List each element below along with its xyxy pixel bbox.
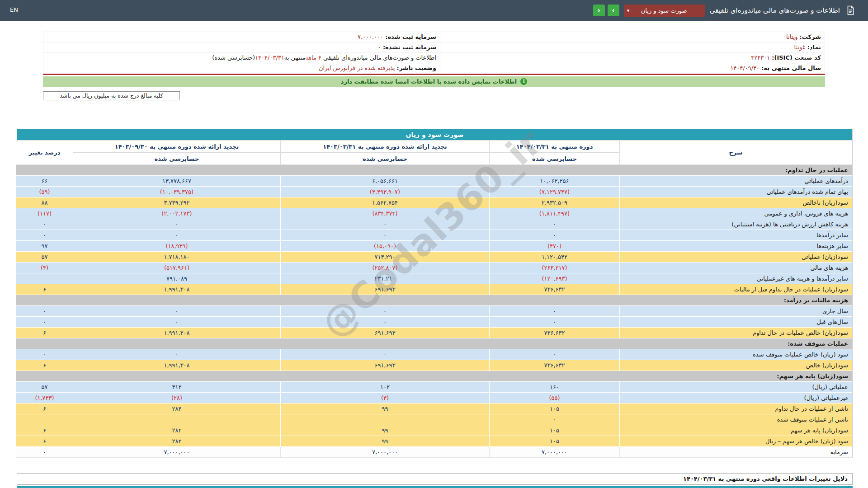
statement-row: هزینه کاهش ارزش دریافتنی ها (هزینه استثن… (16, 219, 852, 230)
row-label: سود (زیان) خالص هر سهم – ریال (620, 436, 852, 447)
value-cell: ۱,۹۹۱,۳۰۸ (73, 328, 281, 338)
value-cell: ۱,۷۱۸,۱۸۰ (73, 252, 281, 263)
value-cell: ۰ (281, 230, 490, 241)
row-label: سود(زیان) عملیات در حال تداوم قبل از مال… (620, 284, 852, 295)
statement-tbody: عملیات در حال تداوم:درآمدهای عملیاتي۱۰,۰… (16, 165, 852, 458)
info-icon: i (520, 78, 527, 85)
company-info-row: شرکت: ویتانا سرمایه ثبت شده: ۷,۰۰۰,۰۰۰ (43, 32, 825, 42)
row-label: هزینه های مالی (620, 263, 852, 273)
row-label: بهای تمام شده درآمدهای عملیاتي (620, 187, 852, 197)
value-cell: ۰ (73, 317, 281, 328)
isic-label: کد صنعت (ISIC): (772, 54, 821, 61)
unregistered-capital-cell: سرمایه ثبت نشده: ۰ (43, 42, 440, 52)
column-subheader-audited: حسابرسی شده (490, 153, 620, 165)
row-label: هزینه مالیات بر درآمد: (16, 295, 852, 306)
company-info-row: نماد: غویتا سرمایه ثبت نشده: ۰ (43, 42, 825, 53)
statement-row: سرمایه۷,۰۰۰,۰۰۰۷,۰۰۰,۰۰۰۷,۰۰۰,۰۰۰۰ (16, 447, 852, 458)
isic-cell: کد صنعت (ISIC): ۴۲۴۳۰۱ (440, 53, 825, 63)
value-cell: ۱۰۵ (490, 436, 620, 447)
section-row: هزینه مالیات بر درآمد: (16, 295, 852, 306)
value-cell (73, 414, 281, 425)
value-cell: ۰ (73, 219, 281, 230)
row-label: عملیات در حال تداوم: (16, 165, 852, 176)
statement-row: هزینه های فروش، اداری و عمومی(۱,۸۱۱,۴۹۷)… (16, 208, 852, 219)
publisher-status-label: وضعیت ناشر: (397, 65, 436, 71)
section-row: عملیات در حال تداوم: (16, 165, 852, 176)
company-info-row: کد صنعت (ISIC): ۴۲۴۳۰۱ اطلاعات و صورت‌ها… (43, 53, 825, 63)
value-cell: (۵۱۷,۹۶۱) (73, 263, 281, 273)
value-cell: ۲۳۱,۲۱۰ (281, 273, 490, 284)
row-label: ناشي از عملیات متوقف شده (620, 414, 852, 425)
value-cell: ۰ (281, 317, 490, 328)
value-cell: (۱۲۰,۶۹۳) (490, 273, 620, 284)
column-header-period3: تجدید ارائه شده دوره منتهی به ۱۴۰۳/۰۹/۳۰ (73, 141, 281, 153)
statement-line-part: ‌منتهی به (284, 54, 305, 61)
value-cell: (۸۳۴,۳۷۴) (281, 208, 490, 219)
reasons-section-header[interactable]: دلایل تغییرات اطلاعات واقعی دوره منتهی ب… (17, 473, 853, 485)
publisher-status-cell: وضعیت ناشر: پذیرفته شده در فرابورس ایران (43, 63, 440, 74)
value-cell: ۰ (73, 230, 281, 241)
value-cell: ۰ (490, 219, 620, 230)
statement-row: سال‌های قبل۰۰۰۰ (16, 317, 852, 328)
row-label: سود (زیان) خالص عملیات متوقف شده (620, 349, 852, 360)
row-label: سال‌های قبل (620, 317, 852, 328)
value-cell: ۱,۹۹۱,۳۰۸ (73, 284, 281, 295)
value-cell: ۱۰۵ (490, 404, 620, 414)
statement-row: سایر درآمدها۰۰۰۰ (16, 230, 852, 241)
statement-row: سود (زیان) خالص هر سهم – ریال۱۰۵۹۹۲۸۴۶ (16, 436, 852, 447)
value-cell: (۲۶۳,۲۱۷) (490, 263, 620, 273)
nav-prev-button[interactable]: ‹ (593, 5, 605, 16)
value-cell: ۱۳,۷۷۸,۶۶۷ (73, 176, 281, 187)
value-cell: ۶ (16, 436, 73, 447)
value-cell: ۰ (16, 349, 73, 360)
value-cell: ۷,۰۰۰,۰۰۰ (73, 447, 281, 458)
value-cell: ۷۳۶,۶۳۲ (490, 284, 620, 295)
value-cell: ۲۸۴ (73, 404, 281, 414)
value-cell: ۹۷ (16, 241, 73, 252)
statement-row: عملیاتي (ریال)۱۶۰۱۰۲۳۱۲۵۷ (16, 382, 852, 393)
value-cell: ۶,۰۵۶,۶۶۱ (281, 176, 490, 187)
column-subheader-audited: حسابرسی شده (281, 153, 490, 165)
statement-dropdown-value: صورت سود و زیان (641, 7, 687, 14)
row-label: سایر درآمدها و هزینه های غیرعملیاتی (620, 273, 852, 284)
value-cell: ۰ (281, 349, 490, 360)
value-cell: ۱۰,۰۶۲,۲۵۶ (490, 176, 620, 187)
value-cell: ۷۳۶,۶۳۲ (490, 360, 620, 371)
row-label: سرمایه (620, 447, 852, 458)
value-cell: ۰ (490, 414, 620, 425)
company-info-row: سال مالی منتهی به: ۱۴۰۴/۰۹/۳۰ وضعیت ناشر… (43, 63, 825, 74)
row-label: سود(زیان) خالص عملیات در حال تداوم (620, 328, 852, 338)
row-label: سود(زیان) خالص (620, 360, 852, 371)
symbol-value: غویتا (794, 44, 805, 51)
row-label: هزینه های فروش، اداری و عمومی (620, 208, 852, 219)
row-label: سود(زیان) عملیاتي (620, 252, 852, 263)
value-cell: ۳۱۲ (73, 382, 281, 393)
value-cell: (۱۸,۹۳۹) (73, 241, 281, 252)
statement-row: هزینه های مالی(۲۶۳,۲۱۷)(۲۵۲,۸۰۷)(۵۱۷,۹۶۱… (16, 263, 852, 273)
statement-row: سود(زیان) عملیاتي۱,۱۲۰,۵۴۲۷۱۳,۲۹۰۱,۷۱۸,۱… (16, 252, 852, 263)
statement-row: درآمدهای عملیاتي۱۰,۰۶۲,۲۵۶۶,۰۵۶,۶۶۱۱۳,۷۷… (16, 176, 852, 187)
value-cell: ۰ (490, 349, 620, 360)
statement-row: سود(زیان) خالص۷۳۶,۶۳۲۶۹۱,۶۹۳۱,۹۹۱,۳۰۸۶ (16, 360, 852, 371)
value-cell: ۲۸۴ (73, 425, 281, 436)
statement-type-dropdown[interactable]: صورت سود و زیان ▾ (624, 5, 705, 17)
statement-row: سال جاری۰۰۰۰ (16, 306, 852, 317)
value-cell: ۹۹ (281, 436, 490, 447)
value-cell: (۴۷۰) (490, 241, 620, 252)
value-cell: ۶ (16, 404, 73, 414)
chevron-down-icon: ▾ (627, 5, 630, 17)
value-cell: ۷۹۱,۰۸۹ (73, 273, 281, 284)
nav-next-button[interactable]: › (608, 5, 619, 16)
statement-row: سود(زیان) خالص عملیات در حال تداوم۷۳۶,۶۳… (16, 328, 852, 338)
page-title: اطلاعات و صورت‌های مالی میاندوره‌ای تلفی… (710, 6, 840, 14)
value-cell: ۳,۷۳۹,۲۹۲ (73, 197, 281, 208)
page: EN اطلاعات و صورت‌های مالی میاندوره‌ای ت… (0, 0, 868, 488)
value-cell: ۲۸۴ (73, 436, 281, 447)
value-cell: ۰ (73, 306, 281, 317)
value-cell: ۹۹ (281, 425, 490, 436)
column-header-change: درصد تغییر (16, 141, 73, 165)
value-cell: ۰ (490, 306, 620, 317)
statement-row: سایر درآمدها و هزینه های غیرعملیاتی(۱۲۰,… (16, 273, 852, 284)
language-en-link[interactable]: EN (10, 6, 18, 13)
statement-row: سود(زیان) پایه هر سهم۱۰۵۹۹۲۸۴۶ (16, 425, 852, 436)
